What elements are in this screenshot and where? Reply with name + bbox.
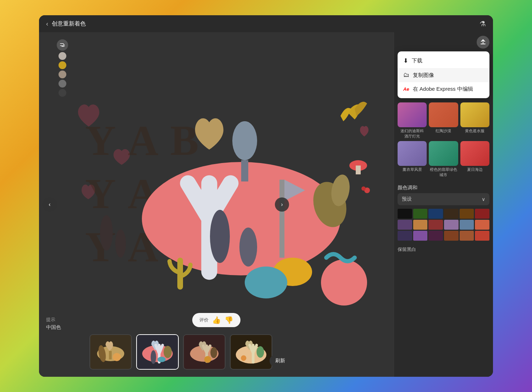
keep-bw-row: 保留黑白 <box>398 246 489 253</box>
svg-point-13 <box>321 259 367 306</box>
thumbs-up-button[interactable]: 👍 <box>212 316 221 324</box>
thumbs-down-button[interactable]: 👎 <box>225 316 233 324</box>
copy-image-item[interactable]: 🗂 复制图像 <box>398 68 489 82</box>
header-left: ‹ 创意重新着色 <box>46 20 86 28</box>
palette-color-4[interactable] <box>444 209 459 219</box>
svg-point-34 <box>164 346 172 358</box>
preset-3[interactable]: 黄色遮水服 <box>460 102 489 139</box>
palette-color-3[interactable] <box>428 209 443 219</box>
prompt-label: 提示 <box>46 317 61 323</box>
thumbnail-4[interactable] <box>230 334 272 370</box>
svg-point-36 <box>157 357 166 362</box>
palette-color-9[interactable] <box>428 220 443 230</box>
thumbnail-1[interactable] <box>89 334 132 370</box>
svg-rect-24 <box>356 166 361 174</box>
svg-text:Y: Y <box>85 117 116 164</box>
palette-color-15[interactable] <box>428 231 443 241</box>
palette-color-5[interactable] <box>460 209 474 219</box>
harmony-title: 颜色调和 <box>398 185 489 191</box>
svg-point-44 <box>241 355 246 361</box>
prompt-section: 提示 中国色 <box>46 317 61 331</box>
back-button[interactable]: ‹ <box>46 20 48 28</box>
svg-point-39 <box>210 347 217 358</box>
right-panel: ⬇ 下载 🗂 复制图像 Ae 在 Adobe Express 中编辑 迷幻的迪斯… <box>394 32 493 377</box>
prompt-value: 中国色 <box>46 324 61 331</box>
artwork-container: Y A B Y A B Y A B <box>57 84 376 325</box>
preset-1[interactable]: 迷幻的迪斯科酒厅灯光 <box>398 102 427 139</box>
palette-color-13[interactable] <box>398 231 412 241</box>
svg-point-22 <box>115 229 126 258</box>
share-container <box>398 36 489 49</box>
preset-grid: 迷幻的迪斯科酒厅灯光 红陶沙漠 黄色遮水服 薰衣草风景 橙色的翡翠绿色 <box>398 102 489 178</box>
dropdown-menu: ⬇ 下载 🗂 复制图像 Ae 在 Adobe Express 中编辑 <box>398 51 489 98</box>
preset-2[interactable]: 红陶沙漠 <box>429 102 458 139</box>
color-dot-3[interactable] <box>59 71 66 78</box>
lab-button[interactable]: ⚗ <box>480 19 486 28</box>
palette-color-16[interactable] <box>444 231 459 241</box>
svg-text:A: A <box>128 117 159 164</box>
svg-point-26 <box>361 186 366 191</box>
svg-text:Y: Y <box>85 170 116 217</box>
svg-point-19 <box>239 228 257 267</box>
svg-point-30 <box>113 353 121 361</box>
adobe-icon: Ae <box>403 86 409 92</box>
page-title: 创意重新着色 <box>52 20 86 28</box>
preset-label-2: 红陶沙漠 <box>429 128 458 134</box>
adobe-label: 在 Adobe Express 中编辑 <box>413 86 473 93</box>
palette-color-8[interactable] <box>413 220 428 230</box>
preset-label-1: 迷幻的迪斯科酒厅灯光 <box>398 128 427 139</box>
palette-color-18[interactable] <box>475 231 489 241</box>
palette-color-2[interactable] <box>413 209 428 219</box>
svg-rect-29 <box>109 351 112 359</box>
preset-label-4: 薰衣草风景 <box>398 167 427 172</box>
palette-color-11[interactable] <box>460 220 474 230</box>
app-window: ‹ 创意重新着色 ⚗ <box>39 15 493 377</box>
svg-point-40 <box>204 356 211 363</box>
header-right: ⚗ <box>480 19 486 28</box>
thumbnail-2[interactable] <box>136 334 179 370</box>
download-item[interactable]: ⬇ 下载 <box>398 54 489 68</box>
harmony-preset-label: 预设 <box>402 196 412 202</box>
preset-5[interactable]: 橙色的翡翠绿色城市 <box>429 141 458 178</box>
adobe-express-item[interactable]: Ae 在 Adobe Express 中编辑 <box>398 82 489 96</box>
keep-bw-label: 保留黑白 <box>398 246 416 253</box>
svg-text:B: B <box>170 117 199 164</box>
palette-color-17[interactable] <box>460 231 474 241</box>
svg-point-43 <box>256 346 264 358</box>
next-button[interactable]: › <box>275 197 289 212</box>
svg-rect-11 <box>241 160 248 181</box>
thumbnail-3[interactable] <box>183 334 226 370</box>
svg-point-18 <box>210 210 230 263</box>
palette-color-14[interactable] <box>413 231 428 241</box>
preset-6[interactable]: 夏日海边 <box>460 141 489 178</box>
copy-icon: 🗂 <box>403 72 409 79</box>
share-button[interactable] <box>477 36 489 49</box>
prev-button[interactable]: ‹ <box>43 197 57 212</box>
color-dot-1[interactable] <box>59 52 66 60</box>
preset-label-3: 黄色遮水服 <box>460 128 489 134</box>
preset-label-5: 橙色的翡翠绿色城市 <box>429 167 458 178</box>
preset-4[interactable]: 薰衣草风景 <box>398 141 427 178</box>
preset-label-6: 夏日海边 <box>460 167 489 172</box>
copy-label: 复制图像 <box>413 72 434 79</box>
svg-point-35 <box>151 350 156 364</box>
harmony-select[interactable]: 预设 ∨ <box>398 193 489 205</box>
main-content: ‹ Y A B Y A B Y A <box>39 32 493 377</box>
palette-grid <box>398 209 489 241</box>
svg-point-17 <box>245 267 287 298</box>
palette-color-12[interactable] <box>475 220 489 230</box>
download-icon: ⬇ <box>403 57 408 65</box>
palette-color-7[interactable] <box>398 220 412 230</box>
color-dot-2[interactable] <box>59 61 66 69</box>
header: ‹ 创意重新着色 ⚗ <box>39 15 493 32</box>
thumbnails-row <box>89 334 272 370</box>
palette-color-10[interactable] <box>444 220 459 230</box>
shuffle-button[interactable] <box>57 39 68 51</box>
harmony-chevron: ∨ <box>482 196 485 202</box>
rating-bar: 评价 👍 👎 <box>192 313 240 327</box>
renew-button[interactable]: 刷新 <box>270 355 291 367</box>
palette-color-6[interactable] <box>475 209 489 219</box>
rating-label: 评价 <box>199 317 209 323</box>
palette-color-1[interactable] <box>398 209 412 219</box>
svg-rect-12 <box>279 180 284 258</box>
